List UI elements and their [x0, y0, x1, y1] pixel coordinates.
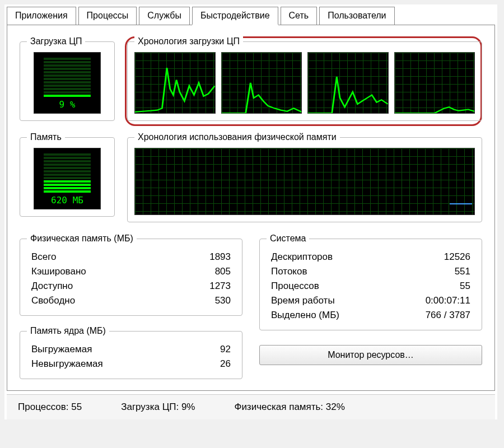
kernelmem-nonpaged-label: Невыгружаемая [31, 358, 220, 370]
tab-network[interactable]: Сеть [281, 7, 318, 25]
memory-history-group: Хронология использования физической памя… [127, 132, 482, 222]
tab-applications[interactable]: Приложения [7, 7, 76, 25]
memory-history-legend: Хронология использования физической памя… [134, 132, 340, 142]
physmem-avail-value: 1273 [209, 281, 231, 292]
sys-threads-label: Потоков [271, 266, 426, 277]
memory-gauge-legend: Память [27, 132, 65, 142]
physmem-total-value: 1893 [209, 251, 231, 263]
resource-monitor-button[interactable]: Монитор ресурсов… [259, 345, 482, 365]
physmem-free-label: Свободно [31, 295, 209, 306]
cpu-gauge: 9 % [34, 52, 101, 114]
sys-commit-value: 766 / 3787 [426, 310, 470, 321]
memory-gauge-value: 620 МБ [51, 195, 83, 206]
cpu-history-chart-4 [394, 52, 475, 114]
kernelmem-nonpaged-value: 26 [220, 358, 231, 370]
sys-threads-value: 551 [426, 266, 470, 277]
physmem-avail-label: Доступно [31, 281, 209, 292]
cpu-history-chart-3 [307, 52, 389, 114]
tab-strip: Приложения Процессы Службы Быстродействи… [4, 4, 497, 25]
physmem-cached-value: 805 [209, 266, 231, 277]
sys-commit-label: Выделено (МБ) [271, 310, 426, 321]
physmem-free-value: 530 [209, 295, 231, 306]
tab-users[interactable]: Пользователи [319, 7, 394, 25]
performance-panel: Загрузка ЦП 9 % Хронология загрузки ЦП [7, 25, 495, 391]
memory-gauge-bars [44, 152, 91, 195]
sys-procs-label: Процессов [271, 281, 426, 292]
physmem-total-label: Всего [31, 251, 209, 263]
sys-handles-value: 12526 [426, 251, 470, 263]
tab-services[interactable]: Службы [139, 7, 190, 25]
tab-processes[interactable]: Процессы [78, 7, 137, 25]
sys-uptime-value: 0:00:07:11 [426, 295, 470, 306]
sys-handles-label: Дескрипторов [271, 251, 426, 263]
cpu-history-legend: Хронология загрузки ЦП [134, 36, 243, 46]
sys-uptime-label: Время работы [271, 295, 426, 306]
memory-gauge-group: Память 620 МБ [20, 132, 115, 217]
status-bar: Процессов: 55 Загрузка ЦП: 9% Физическая… [7, 394, 495, 419]
kernel-memory-group: Память ядра (МБ) Выгружаемая 92 Невыгруж… [20, 326, 242, 379]
memory-history-chart [134, 148, 475, 215]
cpu-history-group: Хронология загрузки ЦП [127, 36, 482, 121]
status-memory: Физическая память: 32% [234, 402, 344, 413]
cpu-gauge-bars [44, 56, 91, 99]
status-cpu: Загрузка ЦП: 9% [121, 402, 195, 413]
kernelmem-paged-label: Выгружаемая [31, 344, 220, 355]
kernel-memory-legend: Память ядра (МБ) [27, 326, 109, 336]
memory-history-line [450, 203, 472, 204]
cpu-gauge-value: 9 % [59, 99, 76, 110]
tab-performance[interactable]: Быстродействие [192, 7, 278, 25]
system-legend: Система [267, 234, 309, 244]
system-group: Система Дескрипторов 12526 Потоков 551 П… [259, 234, 482, 330]
cpu-usage-legend: Загрузка ЦП [27, 36, 85, 46]
status-processes: Процессов: 55 [18, 402, 82, 413]
cpu-history-chart-1 [134, 52, 216, 114]
cpu-history-chart-2 [221, 52, 302, 114]
physical-memory-group: Физическая память (МБ) Всего 1893 Кэширо… [20, 234, 242, 316]
kernelmem-paged-value: 92 [220, 344, 231, 355]
memory-gauge: 620 МБ [34, 148, 101, 209]
physmem-cached-label: Кэшировано [31, 266, 209, 277]
cpu-usage-group: Загрузка ЦП 9 % [20, 36, 115, 121]
sys-procs-value: 55 [426, 281, 470, 292]
physical-memory-legend: Физическая память (МБ) [27, 234, 137, 244]
